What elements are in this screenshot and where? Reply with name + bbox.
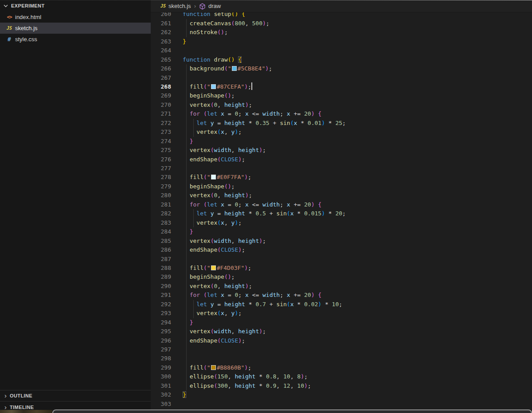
file-row-style-css[interactable]: #style.css [0, 34, 151, 45]
code-line[interactable]: endShape(CLOSE); [183, 245, 245, 254]
code-line[interactable]: let y = height * 0.5 + sin(x * 0.015) * … [183, 209, 346, 218]
color-swatch[interactable] [232, 66, 237, 71]
code-line[interactable]: background("#5CB8E4"); [183, 64, 272, 73]
code-token: <= [249, 201, 262, 208]
code-token: ( [290, 120, 294, 126]
code-token [183, 192, 190, 199]
line-number: 300 [151, 372, 171, 381]
code-token: ; [280, 292, 287, 298]
code-token: 0.9 [266, 382, 276, 389]
code-token [183, 156, 190, 163]
code-line[interactable]: vertex(width, height); [183, 146, 266, 155]
code-line[interactable]: endShape(CLOSE); [183, 155, 245, 164]
code-line[interactable]: endShape(CLOSE); [183, 336, 245, 345]
code-line[interactable]: } [183, 137, 193, 146]
code-token: #B8860B" [217, 364, 245, 371]
code-line[interactable]: beginShape(); [183, 91, 235, 100]
file-row-index-html[interactable]: <>index.html [0, 12, 151, 23]
code-line[interactable]: fill("#E0F7FA"); [183, 173, 251, 182]
explorer-section-header[interactable]: EXPERIMENT [0, 0, 151, 12]
code-line[interactable]: ellipse(150, height * 0.8, 10, 8); [183, 372, 308, 381]
color-swatch[interactable] [211, 265, 216, 270]
code-token: , [290, 373, 297, 380]
code-token: { [318, 110, 321, 117]
code-token: ( [217, 246, 221, 253]
code-token: 0.02 [304, 301, 318, 308]
breadcrumb-symbol[interactable]: draw [208, 3, 221, 9]
code-token: endShape [190, 156, 218, 163]
code-token: let [207, 201, 217, 208]
code-line[interactable]: noStroke(); [183, 28, 228, 37]
code-line[interactable]: } [183, 227, 193, 236]
code-line[interactable]: vertex(0, height); [183, 282, 252, 291]
line-number: 289 [151, 273, 171, 281]
code-line[interactable]: vertex(x, y); [183, 218, 242, 227]
line-number: 262 [151, 28, 171, 37]
code-token: x [290, 301, 294, 308]
code-line[interactable]: fill("#87CEFA"); [183, 82, 252, 91]
code-token: width [214, 147, 231, 153]
code-line[interactable]: let y = height * 0.7 + sin(x * 0.02) * 1… [183, 300, 342, 309]
code-line[interactable]: vertex(0, height); [183, 191, 252, 200]
code-line[interactable]: fill("#B8860B"); [183, 363, 251, 372]
code-line[interactable]: for (let x = 0; x <= width; x += 20) { [183, 200, 321, 209]
line-number: 280 [151, 191, 171, 200]
code-token: createCanvas [190, 20, 231, 27]
code-token: ) [244, 174, 248, 180]
code-line[interactable]: function draw() { [183, 55, 242, 64]
code-token: { [238, 56, 242, 63]
code-line[interactable]: } [183, 318, 193, 327]
file-row-sketch-js[interactable]: JSsketch.js [0, 23, 151, 34]
code-token: + [270, 120, 280, 126]
code-token: vertex [190, 328, 211, 335]
code-token: height [224, 101, 245, 108]
sidebar-panel-outline[interactable]: › OUTLINE [0, 390, 151, 401]
code-line[interactable]: vertex(x, y); [183, 128, 242, 136]
line-number: 269 [151, 91, 171, 100]
code-line[interactable]: vertex(0, height); [183, 101, 252, 109]
code-line[interactable]: } [183, 390, 186, 399]
code-line[interactable]: for (let x = 0; x <= width; x += 20) { [183, 291, 321, 300]
code-token: 12 [283, 382, 290, 389]
breadcrumb-file[interactable]: sketch.js [168, 3, 191, 9]
line-number: 278 [151, 173, 171, 182]
code-token: width [262, 110, 280, 117]
code-token: ) [245, 283, 249, 289]
code-token: #E0F7FA" [217, 174, 245, 180]
code-token: 10 [332, 301, 339, 308]
line-number: 281 [151, 200, 171, 209]
code-token: ( [203, 201, 207, 208]
code-token: ; [231, 92, 235, 99]
code-token: width [214, 238, 231, 244]
code-token: 10 [283, 373, 290, 380]
code-area[interactable]: 259260function setup() {261 createCanvas… [151, 0, 532, 413]
code-token: () [224, 273, 231, 280]
code-line[interactable]: vertex(width, height); [183, 237, 266, 245]
code-token: , [245, 20, 252, 27]
code-line[interactable]: ellipse(300, height * 0.9, 12, 10); [183, 382, 311, 390]
code-token: ) [244, 83, 248, 90]
code-line[interactable]: beginShape(); [183, 182, 235, 191]
code-token: ; [249, 283, 252, 289]
code-line[interactable]: vertex(x, y); [183, 309, 242, 318]
line-number: 296 [151, 336, 171, 345]
code-token: " [207, 265, 211, 271]
code-line[interactable]: fill("#F4D03F"); [183, 264, 251, 273]
color-swatch[interactable] [211, 365, 216, 370]
line-number: 284 [151, 227, 171, 236]
code-token [183, 174, 190, 180]
color-swatch[interactable] [211, 175, 216, 179]
code-token: ) [321, 120, 325, 126]
code-line[interactable]: vertex(width, height); [183, 327, 266, 336]
code-line[interactable]: let y = height * 0.35 + sin(x * 0.01) * … [183, 119, 346, 128]
code-line[interactable]: } [183, 37, 186, 46]
code-line[interactable]: beginShape(); [183, 273, 235, 281]
explorer-project-name: EXPERIMENT [11, 3, 45, 8]
color-swatch[interactable] [211, 84, 216, 89]
code-token: ; [280, 110, 287, 117]
code-token [183, 246, 190, 253]
code-token: <= [249, 110, 262, 117]
code-line[interactable]: for (let x = 0; x <= width; x += 20) { [183, 109, 321, 118]
code-line[interactable]: createCanvas(800, 500); [183, 19, 270, 28]
line-number: 279 [151, 182, 171, 191]
